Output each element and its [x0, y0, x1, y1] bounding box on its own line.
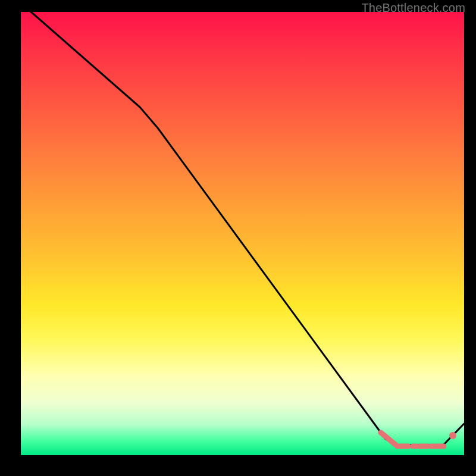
watermark-text: TheBottleneck.com — [361, 1, 465, 15]
chart-container: TheBottleneck.com — [0, 0, 476, 476]
plot-area — [21, 12, 464, 455]
